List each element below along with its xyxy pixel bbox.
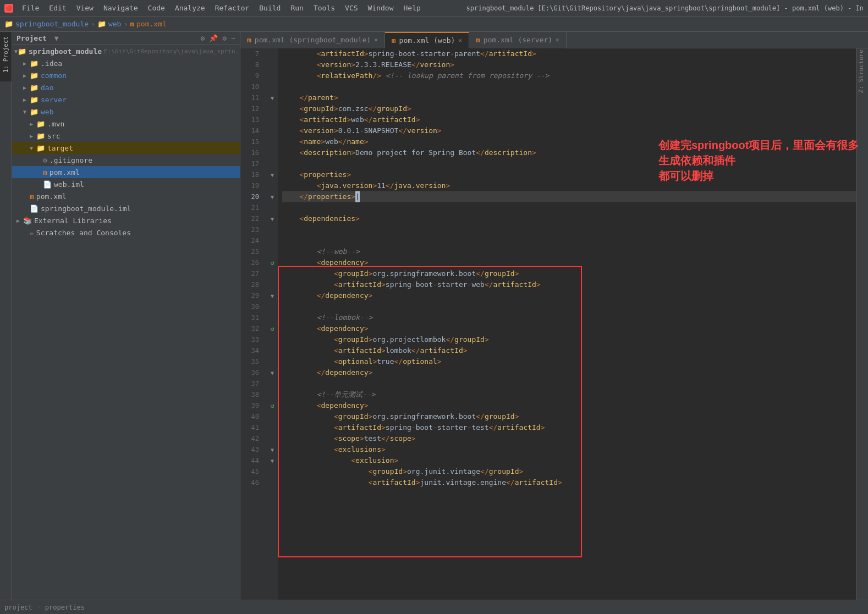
code-line-44: <exclusion> <box>282 455 856 466</box>
tree-item-scratches[interactable]: ✏️ Scratches and Consoles <box>12 226 240 239</box>
folder-icon: 📁 <box>30 84 39 92</box>
menu-analyze[interactable]: Analyze <box>171 3 210 13</box>
line-num-46: 46 <box>240 477 262 488</box>
menu-code[interactable]: Code <box>144 3 169 13</box>
code-line-30 <box>282 301 856 312</box>
tree-item-root[interactable]: ▼ 📁 springboot_module E:\Git\GitReposito… <box>12 45 240 57</box>
menu-edit[interactable]: Edit <box>45 3 70 13</box>
tree-item-pom-web[interactable]: m pom.xml <box>12 166 240 178</box>
tree-item-dao[interactable]: ▶ 📁 dao <box>12 81 240 93</box>
tab-close-icon[interactable]: ✕ <box>374 36 378 43</box>
fold-icon[interactable]: ▼ <box>271 293 274 299</box>
gutter-8 <box>267 59 278 70</box>
gutter-44[interactable]: ▼ <box>267 455 278 466</box>
menu-vcs[interactable]: VCS <box>340 3 362 13</box>
editor-area: m pom.xml (springboot_module) ✕ m pom.xm… <box>240 32 868 600</box>
gutter-29[interactable]: ▼ <box>267 290 278 301</box>
m-icon: m <box>476 36 480 44</box>
sync-icon[interactable]: ↺ <box>270 325 274 333</box>
gutter-39[interactable]: ↺ <box>267 400 278 411</box>
code-line-37 <box>282 378 856 389</box>
gutter-22[interactable]: ▼ <box>267 213 278 224</box>
tree-item-server[interactable]: ▶ 📁 server <box>12 93 240 106</box>
tree-label: springboot_module <box>29 47 102 56</box>
menu-help[interactable]: Help <box>399 3 425 13</box>
gutter-9 <box>267 70 278 81</box>
fold-icon[interactable]: ▼ <box>271 194 274 200</box>
code-line-19: <java.version>11</java.version> <box>282 180 856 191</box>
tree-item-pom-root[interactable]: m pom.xml <box>12 190 240 202</box>
tree-item-gitignore[interactable]: ⚙ .gitignore <box>12 154 240 166</box>
tree-item-mvn[interactable]: ▶ 📁 .mvn <box>12 118 240 130</box>
tree-label: target <box>47 144 73 152</box>
structure-tab[interactable]: Z: Structure <box>856 48 868 94</box>
settings-icon[interactable]: ⚙ <box>222 34 227 42</box>
gutter-40 <box>267 411 278 422</box>
code-line-9: <relativePath/> <!-- lookup parent from … <box>282 70 856 81</box>
project-header-icons: ⚙ 📌 ⚙ − <box>201 34 235 42</box>
tab-pom-springboot[interactable]: m pom.xml (springboot_module) ✕ <box>240 32 385 48</box>
fold-icon[interactable]: ▼ <box>271 447 274 453</box>
line-num-42: 42 <box>240 433 262 444</box>
sync-icon[interactable]: ↺ <box>270 402 274 410</box>
tree-item-idea[interactable]: ▶ 📁 .idea <box>12 57 240 69</box>
tree-item-web-iml[interactable]: 📄 web.iml <box>12 178 240 190</box>
line-num-39: 39 <box>240 400 262 411</box>
code-line-20: </properties>| <box>282 191 856 202</box>
tab-close-icon[interactable]: ✕ <box>458 37 462 44</box>
menu-view[interactable]: View <box>72 3 98 13</box>
gutter-43[interactable]: ▼ <box>267 444 278 455</box>
gutter-11[interactable]: ▼ <box>267 92 278 103</box>
line-numbers: 7 8 9 10 11 12 13 14 15 16 17 18 19 20 2… <box>240 48 267 600</box>
gutter-41 <box>267 422 278 433</box>
tree-item-module-iml[interactable]: 📄 springboot_module.iml <box>12 202 240 214</box>
breadcrumb-web[interactable]: web <box>108 20 121 28</box>
gutter-16 <box>267 147 278 158</box>
menu-file[interactable]: File <box>18 3 43 13</box>
tree-label: springboot_module.iml <box>41 204 131 213</box>
fold-icon[interactable]: ▼ <box>271 95 274 101</box>
tree-item-ext-libs[interactable]: ▶ 📚 External Libraries <box>12 214 240 226</box>
gutter-32[interactable]: ↺ <box>267 323 278 334</box>
line-num-40: 40 <box>240 411 262 422</box>
fold-icon[interactable]: ▼ <box>271 172 274 178</box>
tab-label: pom.xml (server) <box>484 36 552 44</box>
fold-icon[interactable]: ▼ <box>271 458 274 464</box>
menu-refactor[interactable]: Refactor <box>211 3 254 13</box>
collapse-icon[interactable]: − <box>231 34 235 42</box>
tree-arrow: ▶ <box>23 73 30 79</box>
code-line-36: </dependency> <box>282 367 856 378</box>
tree-item-target[interactable]: ▼ 📁 target <box>12 142 240 154</box>
breadcrumb-module[interactable]: springboot_module <box>15 20 89 28</box>
gutter-20[interactable]: ▼ <box>267 191 278 202</box>
tree-item-web[interactable]: ▼ 📁 web <box>12 106 240 118</box>
tab-pom-web[interactable]: m pom.xml (web) ✕ <box>385 32 469 48</box>
menu-tools[interactable]: Tools <box>309 3 339 13</box>
gear-icon[interactable]: ⚙ <box>201 34 205 42</box>
gutter-26[interactable]: ↺ <box>267 257 278 268</box>
pin-icon[interactable]: 📌 <box>209 34 218 42</box>
fold-icon[interactable]: ▼ <box>271 216 274 222</box>
menu-build[interactable]: Build <box>255 3 285 13</box>
menu-navigate[interactable]: Navigate <box>99 3 142 13</box>
menu-window[interactable]: Window <box>364 3 398 13</box>
tree-label: web <box>41 108 53 116</box>
tree-item-src[interactable]: ▶ 📁 src <box>12 130 240 142</box>
tab-close-icon[interactable]: ✕ <box>556 36 559 43</box>
gutter-36[interactable]: ▼ <box>267 367 278 378</box>
breadcrumb-pom[interactable]: pom.xml <box>136 20 167 28</box>
sync-icon[interactable]: ↺ <box>270 259 274 267</box>
gutter-18[interactable]: ▼ <box>267 169 278 180</box>
tree-arrow: ▼ <box>30 145 36 151</box>
project-sidebar-tab[interactable]: 1: Project <box>0 32 12 81</box>
tab-pom-server[interactable]: m pom.xml (server) ✕ <box>469 32 567 48</box>
editor-content[interactable]: 创建完springboot项目后，里面会有很多生成依赖和插件 都可以删掉 7 8… <box>240 48 868 600</box>
menu-run[interactable]: Run <box>286 3 307 13</box>
gutter-24 <box>267 235 278 246</box>
tree-arrow: ▶ <box>23 60 30 67</box>
fold-icon[interactable]: ▼ <box>271 370 274 376</box>
code-area[interactable]: <artifactId>spring-boot-starter-parent</… <box>278 48 856 600</box>
tree-arrow: ▶ <box>30 121 36 127</box>
line-num-35: 35 <box>240 356 262 367</box>
tree-item-common[interactable]: ▶ 📁 common <box>12 69 240 81</box>
